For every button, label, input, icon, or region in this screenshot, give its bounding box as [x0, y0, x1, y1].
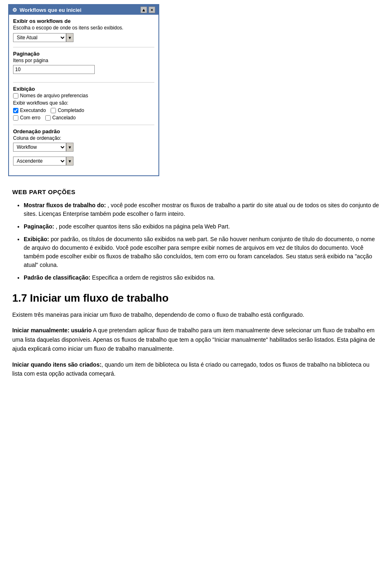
dialog-title-left: ⚙ Workflows que eu iniciei — [12, 7, 81, 13]
bullet-exibicao-label: Exibição: — [24, 236, 49, 242]
executando-completado-row: Executando Completado — [13, 107, 154, 113]
sort-title: Ordenação padrão — [13, 128, 154, 134]
bullet-mostrar: Mostrar fluxos de trabalho do: , você po… — [24, 201, 380, 218]
main-content: WEB PART OPÇÕES Mostrar fluxos de trabal… — [8, 188, 384, 378]
scope-select[interactable]: Site Atual Todos os Sites — [13, 33, 66, 42]
executando-checkbox[interactable] — [13, 108, 18, 113]
com-erro-checkbox-group: Com erro — [13, 115, 40, 121]
dialog-collapse-button[interactable]: ▲ — [140, 7, 147, 13]
bullet-padrao-label: Padrão de classificação: — [24, 274, 90, 281]
scope-select-row: Site Atual Todos os Sites ▼ — [13, 33, 154, 42]
dialog-controls: ▲ × — [140, 7, 155, 13]
cancelado-checkbox[interactable] — [45, 115, 51, 121]
bullet-paginacao: Paginação: , pode escolher quantos itens… — [24, 222, 380, 231]
items-per-page-label: Itens por página — [13, 58, 154, 63]
sort-section: Ordenação padrão Coluna de ordenação: Wo… — [13, 128, 154, 166]
filename-checkbox-row: Nomes de arquivo preferencias — [13, 93, 154, 99]
dialog-titlebar: ⚙ Workflows que eu iniciei ▲ × — [9, 5, 158, 15]
created-label: Iniciar quando itens são criados: — [12, 361, 102, 368]
web-part-heading: WEB PART OPÇÕES — [12, 188, 380, 195]
bullet-mostrar-label: Mostrar fluxos de trabalho do: — [24, 202, 106, 208]
created-paragraph: Iniciar quando itens são criados:, quand… — [12, 360, 380, 378]
executando-checkbox-group: Executando — [13, 107, 46, 113]
dialog-title: Workflows que eu iniciei — [20, 7, 81, 13]
cancelado-checkbox-group: Cancelado — [45, 115, 76, 121]
dialog-body: Exibir os workflows de Escolha o escopo … — [9, 15, 158, 175]
bullet-paginacao-label: Paginação: — [24, 223, 54, 230]
scope-select-arrow[interactable]: ▼ — [66, 33, 74, 42]
com-erro-checkbox[interactable] — [13, 115, 18, 121]
web-part-bullets: Mostrar fluxos de trabalho do: , você po… — [24, 201, 380, 282]
filename-label: Nomes de arquivo preferencias — [20, 93, 88, 99]
cancelado-label: Cancelado — [52, 115, 76, 121]
sort-order-arrow[interactable]: ▼ — [66, 157, 74, 166]
divider-1 — [13, 47, 154, 47]
sort-column-arrow[interactable]: ▼ — [66, 143, 74, 152]
sort-order-select-row: Ascendente Descendente ▼ — [13, 157, 154, 166]
section-17-heading: 1.7 Iniciar um fluxo de trabalho — [12, 292, 380, 305]
manual-label: Iniciar manualmente: usuário — [12, 327, 92, 334]
sort-order-select[interactable]: Ascendente Descendente — [13, 157, 66, 166]
completado-checkbox[interactable] — [51, 108, 56, 113]
bullet-padrao: Padrão de classificação: Especifica a or… — [24, 273, 380, 282]
bullet-paginacao-text: , pode escolher quantos itens são exibid… — [56, 223, 230, 230]
pagination-title: Paginação — [13, 51, 154, 57]
show-workflows-label: Exibir workflows que são: — [13, 100, 154, 106]
display-section: Exibição Nomes de arquivo preferencias E… — [13, 86, 154, 121]
pagination-section: Paginação Itens por página — [13, 51, 154, 79]
divider-3 — [13, 125, 154, 125]
dialog-close-button[interactable]: × — [149, 7, 155, 13]
workflow-dialog: ⚙ Workflows que eu iniciei ▲ × Exibir os… — [8, 4, 159, 176]
scope-desc: Escolha o escopo de onde os itens serão … — [13, 25, 154, 31]
sort-column-select-row: Workflow ▼ — [13, 143, 154, 152]
scope-title: Exibir os workflows de — [13, 18, 154, 24]
filename-checkbox[interactable] — [13, 93, 18, 99]
scope-section: Exibir os workflows de Escolha o escopo … — [13, 18, 154, 42]
com-erro-cancelado-row: Com erro Cancelado — [13, 115, 154, 121]
sort-column-label: Coluna de ordenação: — [13, 135, 154, 141]
items-per-page-input[interactable] — [13, 65, 95, 74]
manual-paragraph: Iniciar manualmente: usuário A que prete… — [12, 326, 380, 353]
bullet-exibicao-text: por padrão, os títulos de documento são … — [24, 236, 375, 268]
completado-label: Completado — [58, 107, 84, 113]
sort-column-select[interactable]: Workflow — [13, 143, 66, 152]
completado-checkbox-group: Completado — [51, 107, 84, 113]
dialog-icon: ⚙ — [12, 7, 17, 13]
display-title: Exibição — [13, 86, 154, 92]
executando-label: Executando — [20, 107, 46, 113]
bullet-exibicao: Exibição: por padrão, os títulos de docu… — [24, 235, 380, 269]
divider-2 — [13, 82, 154, 83]
com-erro-label: Com erro — [20, 115, 40, 121]
bullet-padrao-text: Especifica a ordem de registros são exib… — [92, 274, 215, 281]
section-17-intro: Existem três maneiras para iniciar um fl… — [12, 310, 380, 319]
